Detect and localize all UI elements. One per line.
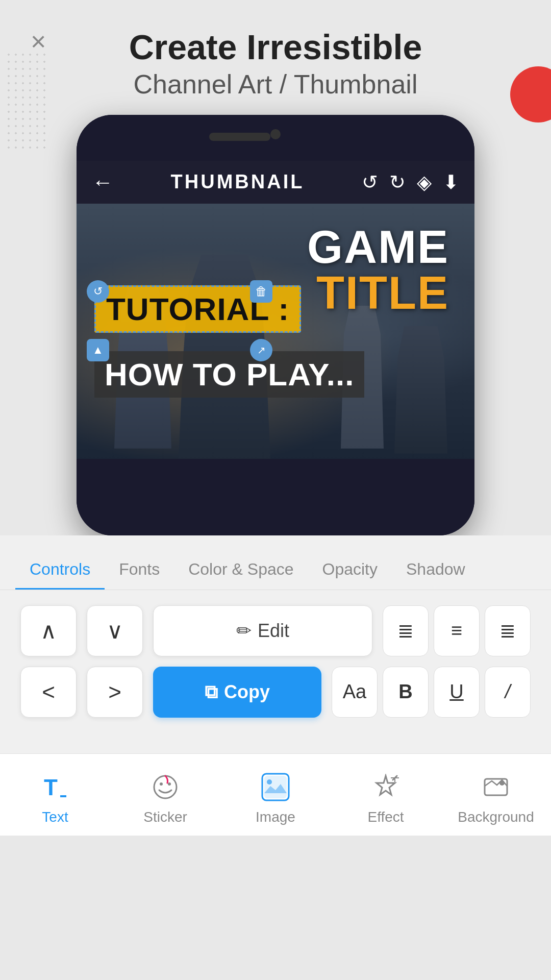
handle-delete[interactable]: 🗑 (250, 280, 272, 303)
tab-fonts[interactable]: Fonts (105, 551, 174, 590)
tab-color-space[interactable]: Color & Space (174, 551, 308, 590)
nav-label-text: Text (42, 809, 68, 825)
svg-point-2 (154, 776, 177, 798)
nav-item-text[interactable]: T Text (0, 764, 110, 830)
game-title-overlay: GAME TITLE (307, 224, 449, 316)
app-toolbar: ← THUMBNAIL ↺ ↻ ◈ ⬇ (77, 161, 474, 204)
move-left-button[interactable]: < (20, 667, 77, 718)
toolbar-title: THUMBNAIL (123, 171, 352, 193)
underline-icon: U (449, 681, 463, 703)
copy-label: Copy (224, 681, 270, 703)
nav-item-background[interactable]: Background (441, 764, 551, 830)
italic-button[interactable]: / (485, 667, 531, 718)
edit-button[interactable]: ✏ Edit (153, 605, 372, 656)
chevron-right-icon: > (108, 679, 121, 705)
effect-nav-icon (368, 769, 404, 805)
align-right-button[interactable]: ≣ (485, 605, 531, 656)
align-group: ≣ ≡ ≣ (383, 605, 531, 656)
svg-point-3 (160, 782, 163, 786)
sticker-nav-icon (147, 769, 183, 805)
toolbar-icons: ↺ ↻ ◈ ⬇ (362, 171, 459, 193)
move-up-button[interactable]: ∧ (20, 605, 77, 656)
tab-shadow[interactable]: Shadow (392, 551, 480, 590)
phone-bottom-edge (77, 510, 474, 535)
controls-row-1: ∧ ∨ ✏ Edit ≣ ≡ ≣ (20, 605, 531, 656)
nav-item-sticker[interactable]: Sticker (110, 764, 220, 830)
align-left-button[interactable]: ≣ (383, 605, 429, 656)
nav-label-sticker: Sticker (143, 809, 187, 825)
bold-button[interactable]: B (383, 667, 429, 718)
font-size-button[interactable]: Aa (332, 667, 378, 718)
font-size-icon: Aa (343, 681, 366, 703)
canvas-bottom (77, 459, 474, 510)
close-button[interactable]: × (31, 28, 46, 55)
bold-icon: B (398, 681, 412, 703)
svg-point-7 (267, 779, 272, 785)
background-nav-icon (478, 769, 514, 805)
header-title-main: Create Irresistible (20, 28, 531, 66)
controls-row-2: < > ⧉ Copy Aa B U / (20, 667, 531, 718)
how-to-play-box[interactable]: HOW TO PLAY... (94, 351, 364, 398)
align-center-icon: ≡ (451, 620, 462, 642)
phone-speaker (209, 133, 270, 141)
erase-icon[interactable]: ◈ (417, 171, 432, 193)
tab-controls[interactable]: Controls (15, 551, 105, 590)
align-left-icon: ≣ (397, 620, 414, 642)
how-to-play-text: HOW TO PLAY... (105, 356, 354, 393)
game-title-game-text: GAME (307, 224, 449, 270)
nav-label-effect: Effect (367, 809, 404, 825)
underline-button[interactable]: U (434, 667, 480, 718)
controls-panel: Controls Fonts Color & Space Opacity Sha… (0, 535, 551, 753)
nav-label-image: Image (256, 809, 295, 825)
handle-style[interactable]: ▲ (87, 339, 109, 361)
back-button[interactable]: ← (92, 170, 113, 194)
nav-item-effect[interactable]: Effect (331, 764, 441, 830)
chevron-down-icon: ∨ (107, 618, 123, 644)
handle-scale[interactable]: ↗ (250, 339, 272, 361)
phone-top-bar (77, 115, 474, 161)
tab-opacity[interactable]: Opacity (308, 551, 392, 590)
undo-icon[interactable]: ↺ (362, 171, 378, 193)
tab-bar: Controls Fonts Color & Space Opacity Sha… (0, 551, 551, 590)
header: × Create Irresistible Channel Art / Thum… (0, 0, 551, 115)
nav-label-background: Background (458, 809, 534, 825)
phone-camera (270, 129, 281, 139)
italic-icon: / (505, 681, 511, 703)
handle-rotate[interactable]: ↺ (87, 280, 109, 303)
edit-icon: ✏ (236, 620, 252, 642)
svg-rect-6 (264, 776, 287, 798)
canvas-area: GAME TITLE TUTORIAL : HOW TO PLAY... ↺ 🗑… (77, 204, 474, 535)
format-group: Aa B U / (332, 667, 531, 718)
move-down-button[interactable]: ∨ (87, 605, 143, 656)
copy-button[interactable]: ⧉ Copy (153, 667, 321, 718)
thumbnail-image[interactable]: GAME TITLE TUTORIAL : HOW TO PLAY... ↺ 🗑… (77, 204, 474, 459)
copy-icon: ⧉ (205, 681, 218, 703)
controls-body: ∧ ∨ ✏ Edit ≣ ≡ ≣ (0, 590, 551, 743)
image-nav-icon (258, 769, 293, 805)
chevron-left-icon: < (42, 679, 55, 705)
phone-mockup: ← THUMBNAIL ↺ ↻ ◈ ⬇ GAME TITLE TUTORIAL … (77, 115, 474, 535)
align-center-button[interactable]: ≡ (434, 605, 480, 656)
move-right-button[interactable]: > (87, 667, 143, 718)
header-title-sub: Channel Art / Thumbnail (20, 69, 531, 100)
chevron-up-icon: ∧ (40, 618, 57, 644)
text-nav-icon: T (37, 769, 73, 805)
align-right-icon: ≣ (499, 620, 516, 642)
download-icon[interactable]: ⬇ (443, 171, 459, 193)
svg-text:T: T (44, 775, 58, 800)
svg-point-12 (499, 780, 505, 786)
bottom-nav: T Text Sticker Ima (0, 753, 551, 836)
game-title-title-text: TITLE (307, 270, 449, 316)
redo-icon[interactable]: ↻ (389, 171, 406, 193)
edit-label: Edit (258, 620, 289, 642)
nav-item-image[interactable]: Image (220, 764, 331, 830)
svg-point-4 (168, 782, 171, 786)
